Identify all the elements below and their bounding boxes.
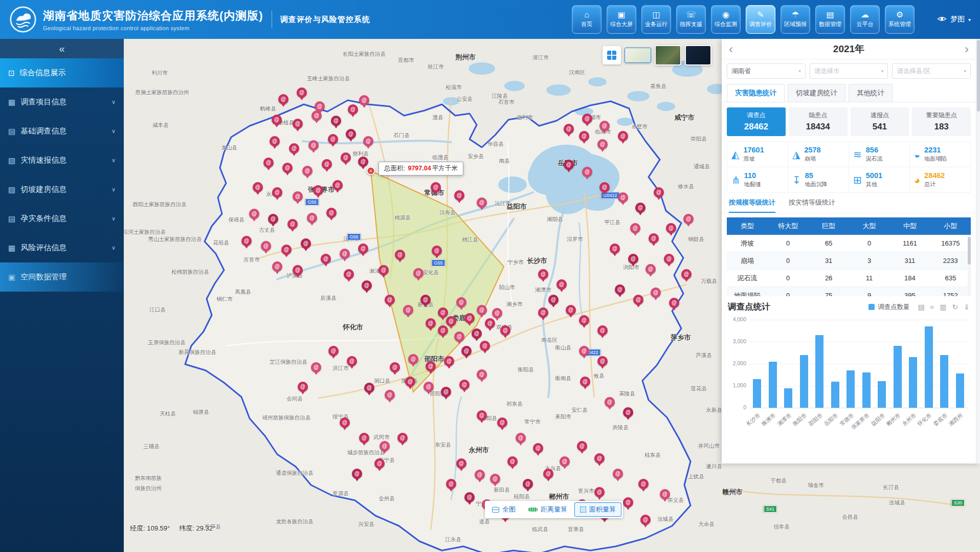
hazard-pin[interactable]: @ bbox=[282, 163, 293, 173]
hazard-pin[interactable]: @ bbox=[307, 213, 317, 223]
table-scrollbar-thumb[interactable] bbox=[968, 237, 971, 264]
hazard-pin[interactable]: @ bbox=[477, 197, 487, 208]
nav-survey-button[interactable]: ✎调查评价 bbox=[746, 5, 775, 34]
hazard-pin[interactable]: @ bbox=[630, 223, 640, 233]
hazard-pin[interactable]: @ bbox=[664, 254, 674, 264]
hazard-pin[interactable]: @ bbox=[516, 433, 526, 443]
hazard-pin[interactable]: @ bbox=[564, 160, 574, 170]
nav-big-screen-button[interactable]: ▣综合大屏 bbox=[607, 5, 636, 34]
hazard-pin[interactable]: @ bbox=[438, 307, 448, 318]
subtab-by-severity[interactable]: 按灾情等级统计 bbox=[789, 198, 835, 213]
subtab-by-scale[interactable]: 按规模等级统计 bbox=[729, 198, 775, 213]
hazard-pin[interactable]: @ bbox=[426, 318, 436, 328]
hazard-pin[interactable]: @ bbox=[490, 474, 500, 484]
hazard-pin[interactable]: @ bbox=[683, 214, 694, 224]
nav-command-button[interactable]: ☏指挥支援 bbox=[676, 5, 706, 34]
sidebar-item-project-info[interactable]: ▦调查项目信息∨ bbox=[0, 87, 124, 117]
county-select[interactable]: 请选择县/区▾ bbox=[892, 63, 971, 79]
hazard-pin[interactable]: @ bbox=[358, 244, 368, 254]
hazard-pin[interactable]: @ bbox=[666, 223, 676, 233]
sidebar-item-basic-survey[interactable]: ▤基础调查信息∨ bbox=[0, 117, 124, 146]
hazard-pin[interactable]: @ bbox=[293, 119, 303, 129]
hazard-pin[interactable]: @ bbox=[507, 456, 518, 467]
hazard-pin[interactable]: @ bbox=[278, 94, 288, 104]
hazard-pin[interactable]: @ bbox=[564, 124, 574, 134]
hazard-pin[interactable]: @ bbox=[287, 219, 298, 229]
stat-hazard-points[interactable]: 隐患点18434 bbox=[789, 107, 848, 136]
stat-survey-points[interactable]: 调查点28462 bbox=[727, 107, 786, 136]
hazard-pin[interactable]: @ bbox=[618, 192, 628, 203]
hazard-pin[interactable]: @ bbox=[359, 433, 369, 443]
hazard-pin[interactable]: @ bbox=[660, 489, 670, 499]
nav-home-button[interactable]: ⌂首页 bbox=[572, 5, 602, 34]
hazard-pin[interactable]: @ bbox=[533, 443, 543, 453]
hazard-pin[interactable]: @ bbox=[313, 185, 323, 195]
hazard-pin[interactable]: @ bbox=[432, 246, 442, 256]
hazard-pin[interactable]: @ bbox=[638, 479, 649, 489]
hazard-pin[interactable]: @ bbox=[579, 346, 589, 356]
terrain-basemap-thumb[interactable] bbox=[685, 45, 711, 65]
data-view-icon[interactable]: ▤ bbox=[918, 303, 924, 311]
full-extent-button[interactable]: 全图 bbox=[486, 502, 521, 517]
hazard-pin[interactable]: @ bbox=[438, 325, 448, 336]
hazard-pin[interactable]: @ bbox=[346, 129, 356, 139]
hazard-pin[interactable]: @ bbox=[582, 167, 592, 177]
hazard-pin[interactable]: @ bbox=[297, 87, 307, 98]
hazard-pin[interactable]: @ bbox=[477, 305, 487, 315]
hazard-pin[interactable]: @ bbox=[556, 279, 567, 290]
chart-bar[interactable] bbox=[831, 382, 839, 408]
hazard-pin[interactable]: @ bbox=[378, 265, 389, 275]
hazard-pin[interactable]: @ bbox=[363, 136, 373, 146]
hazard-pin[interactable]: @ bbox=[605, 397, 615, 407]
hazard-pin[interactable]: @ bbox=[582, 114, 592, 124]
table-row[interactable]: 地面塌陷07593951752 bbox=[727, 287, 971, 296]
hazard-pin[interactable]: @ bbox=[485, 318, 495, 328]
hazard-pin[interactable]: @ bbox=[397, 433, 408, 443]
hazard-pin[interactable]: @ bbox=[548, 295, 559, 305]
vector-basemap-thumb[interactable] bbox=[625, 48, 651, 63]
hazard-pin[interactable]: @ bbox=[385, 295, 395, 305]
chart-bar[interactable] bbox=[878, 381, 886, 408]
line-chart-icon[interactable]: ≈ bbox=[930, 303, 934, 311]
hazard-pin[interactable]: @ bbox=[446, 316, 456, 326]
hazard-pin[interactable]: @ bbox=[385, 390, 395, 400]
hazard-pin[interactable]: @ bbox=[380, 441, 390, 451]
area-measure-button[interactable]: 面积量算 bbox=[574, 502, 621, 517]
hazard-pin[interactable]: @ bbox=[359, 95, 369, 105]
hazard-pin[interactable]: @ bbox=[597, 356, 608, 366]
nav-system-button[interactable]: ⚙系统管理 bbox=[885, 5, 915, 34]
hazard-pin[interactable]: @ bbox=[341, 152, 351, 163]
chart-bar[interactable] bbox=[940, 355, 948, 408]
table-row[interactable]: 滑坡0650116116375 bbox=[727, 235, 971, 252]
table-body[interactable]: 滑坡0650116116375崩塌03133112233泥石流026111846… bbox=[727, 235, 971, 296]
chart-legend[interactable]: 调查点数量 bbox=[868, 303, 910, 312]
hazard-pin[interactable]: @ bbox=[633, 295, 643, 305]
panel-scrollbar[interactable] bbox=[976, 39, 980, 463]
hazard-pin[interactable]: @ bbox=[298, 382, 308, 392]
hazard-pin[interactable]: @ bbox=[426, 361, 436, 371]
hazard-pin[interactable]: @ bbox=[413, 268, 424, 278]
download-icon[interactable]: ⇓ bbox=[964, 303, 970, 311]
sidebar-item-disaster-report[interactable]: ▧灾情速报信息∨ bbox=[0, 146, 124, 175]
chart-bar[interactable] bbox=[847, 370, 855, 408]
province-select[interactable]: 湖南省▾ bbox=[727, 63, 806, 79]
hazard-pin[interactable]: @ bbox=[454, 190, 464, 201]
hazard-pin[interactable]: @ bbox=[321, 254, 331, 264]
hazard-pin[interactable]: @ bbox=[261, 241, 271, 251]
nav-monitoring-button[interactable]: ◉综合监测 bbox=[711, 5, 741, 34]
hazard-pin[interactable]: @ bbox=[456, 297, 466, 307]
sidebar-item-slope-housing[interactable]: ▨切坡建房信息∨ bbox=[0, 175, 124, 204]
hazard-pin[interactable]: @ bbox=[362, 280, 372, 291]
hazard-pin[interactable]: @ bbox=[301, 238, 311, 249]
chart-bar[interactable] bbox=[862, 372, 871, 408]
hazard-pin[interactable]: @ bbox=[332, 180, 343, 190]
hazard-pin[interactable]: @ bbox=[472, 328, 482, 339]
hazard-pin[interactable]: @ bbox=[497, 417, 507, 428]
hazard-pin[interactable]: @ bbox=[654, 187, 664, 197]
hazard-pin[interactable]: @ bbox=[566, 305, 576, 315]
hazard-pin[interactable]: @ bbox=[623, 407, 633, 417]
hazard-pin[interactable]: @ bbox=[560, 456, 570, 467]
hazard-pin[interactable]: @ bbox=[253, 182, 263, 192]
hazard-pin[interactable]: @ bbox=[669, 298, 679, 308]
hazard-pin[interactable]: @ bbox=[302, 166, 313, 176]
